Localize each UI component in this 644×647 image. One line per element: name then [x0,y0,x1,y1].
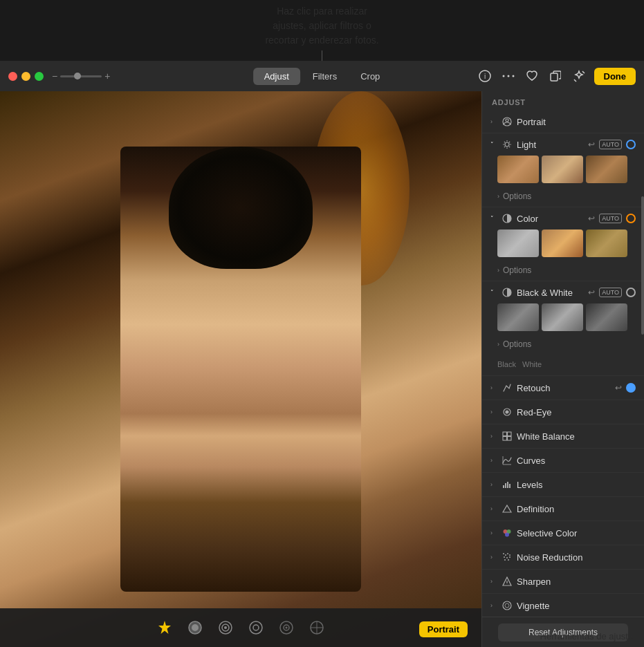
tool-icon-circle3[interactable] [246,618,266,637]
color-auto-badge[interactable]: AUTO [599,214,622,223]
tooltip-line [322,50,322,61]
retouch-undo-icon[interactable]: ↩ [615,383,622,393]
adjust-item-portrait: › Portrait [482,111,644,133]
color-thumb-0[interactable] [497,229,539,257]
tool-icon-circle4[interactable] [277,618,296,637]
svg-rect-54 [509,554,510,556]
adjust-item-bw: ˅ Black & White ↩ AUTO [482,281,644,376]
svg-rect-46 [509,484,510,488]
zoom-minus-button[interactable]: − [52,71,57,82]
photo-area: Portrait [0,91,481,647]
wb-chevron-icon: › [490,433,497,440]
close-button[interactable] [8,72,17,81]
adjust-light-header[interactable]: ˅ Light [482,133,644,156]
adjust-item-curves[interactable]: › Curves [482,449,644,473]
adjust-bw-header[interactable]: ˅ Black & White ↩ AUTO [482,281,644,303]
bw-thumb-2[interactable] [586,303,627,331]
info-icon[interactable]: i [477,68,493,84]
svg-point-18 [286,627,288,629]
bw-toggle[interactable] [626,288,636,297]
zoom-slider-thumb[interactable] [74,73,81,79]
adjust-item-vignette[interactable]: › Vignette [482,594,644,618]
light-thumb-1[interactable] [542,156,583,183]
bottom-tooltip-text: Herramientas de ajuste [540,631,633,641]
light-auto-badge[interactable]: AUTO [599,140,622,149]
adjust-item-sharpen[interactable]: › Sharpen [482,570,644,594]
done-button[interactable]: Done [594,68,636,85]
light-undo-icon[interactable]: ↩ [588,140,595,149]
bw-label: Black & White [517,288,584,298]
svg-point-4 [512,75,514,77]
svg-rect-39 [503,437,507,441]
adjust-item-noise[interactable]: › Noise Reduction [482,545,644,570]
svg-rect-44 [505,483,506,488]
light-toggle[interactable] [626,140,636,149]
adjust-item-retouch[interactable]: › Retouch ↩ [482,376,644,400]
color-options-label: Options [503,265,531,275]
bw-auto-badge[interactable]: AUTO [599,288,622,297]
light-thumb-2[interactable] [586,156,627,183]
magic-icon[interactable] [571,68,587,84]
bw-thumb-1[interactable] [542,303,583,331]
color-toggle[interactable] [626,214,636,223]
copy-icon[interactable] [547,68,564,84]
adjust-item-levels[interactable]: › Levels [482,473,644,497]
color-thumb-2[interactable] [586,229,627,257]
panel-scrollbar[interactable] [641,113,644,617]
color-options-row[interactable]: › Options [482,263,644,281]
light-options-row[interactable]: › Options [482,189,644,207]
adjust-color-header[interactable]: ˅ Color ↩ AUTO [482,207,644,229]
curves-icon [502,455,513,466]
retouch-chevron-icon: › [490,384,497,391]
panel-scroll-area[interactable]: › Portrait ˅ [482,111,644,647]
tab-adjust[interactable]: Adjust [253,68,300,85]
bw-undo-icon[interactable]: ↩ [588,288,595,297]
bottom-tooltip: Herramientas de ajuste [529,626,644,647]
panel-scrollbar-thumb[interactable] [641,196,644,335]
tool-icon-circle1[interactable] [185,618,205,637]
retouch-icon [502,382,513,393]
svg-rect-57 [509,556,510,558]
minimize-button[interactable] [21,72,30,81]
titlebar: − + Adjust Filters Crop i [0,61,644,91]
svg-rect-55 [504,556,505,558]
heart-icon[interactable] [524,68,540,84]
levels-label: Levels [517,480,636,490]
svg-rect-5 [551,73,558,81]
adjust-item-redeye[interactable]: › Red-Eye [482,400,644,424]
tab-filters[interactable]: Filters [302,68,348,85]
portrait-icon [502,116,513,127]
retouch-toggle[interactable] [626,383,636,393]
light-thumb-0[interactable] [497,156,539,183]
zoom-slider[interactable] [60,75,102,77]
portrait-badge[interactable]: Portrait [419,621,468,637]
svg-rect-56 [506,557,508,559]
maximize-button[interactable] [35,72,44,81]
tab-crop[interactable]: Crop [349,68,391,85]
more-icon[interactable] [500,68,517,84]
light-controls: ↩ AUTO [588,140,636,149]
color-thumb-1[interactable] [542,229,583,257]
curves-chevron-icon: › [490,457,497,464]
zoom-plus-button[interactable]: + [104,71,110,82]
svg-rect-43 [503,485,504,488]
adjust-portrait-header[interactable]: › Portrait [482,111,644,133]
svg-rect-45 [507,482,508,488]
tool-icon-sparkle[interactable] [155,618,174,637]
tool-icon-circle2[interactable] [216,618,235,637]
bw-options-row[interactable]: › Options [482,337,644,355]
adjust-item-wb[interactable]: › White Balance [482,424,644,449]
svg-point-15 [253,625,259,630]
svg-point-13 [224,626,227,629]
svg-line-30 [509,147,510,147]
titlebar-right: i Done [477,68,636,85]
curves-label: Curves [517,456,636,466]
color-undo-icon[interactable]: ↩ [588,214,595,223]
tool-icon-circle5[interactable] [307,618,326,637]
adjust-item-definition[interactable]: › Definition [482,497,644,521]
adjust-item-selective[interactable]: › Selective Color [482,521,644,545]
vignette-chevron-icon: › [490,602,497,609]
svg-line-32 [504,147,505,147]
bw-thumb-0[interactable] [497,303,539,331]
light-chevron-icon: ˅ [490,141,497,148]
